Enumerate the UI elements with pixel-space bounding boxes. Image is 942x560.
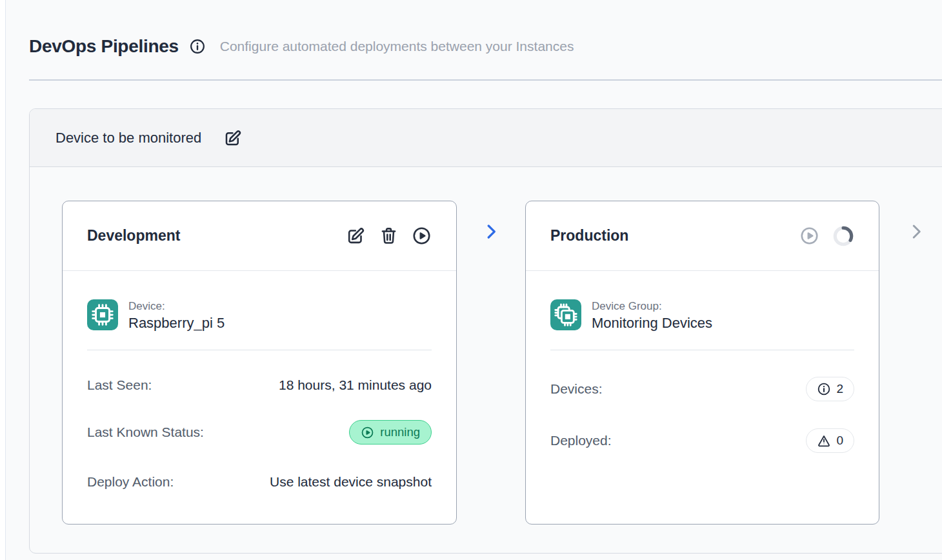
device-name: Raspberry_pi 5 xyxy=(128,315,225,332)
last-seen-row: Last Seen: 18 hours, 31 minutes ago xyxy=(87,377,432,393)
device-identity-text: Device: Raspberry_pi 5 xyxy=(128,299,225,332)
pipeline-name: Device to be monitored xyxy=(55,130,201,146)
play-circle-icon[interactable] xyxy=(412,226,432,246)
devices-count: 2 xyxy=(836,382,843,396)
device-identity-row: Device: Raspberry_pi 5 xyxy=(87,299,432,332)
device-group-identity-text: Device Group: Monitoring Devices xyxy=(592,299,712,332)
devices-row: Devices: 2 xyxy=(550,377,854,401)
deploy-action-value: Use latest device snapshot xyxy=(270,474,432,490)
last-seen-label: Last Seen: xyxy=(87,377,152,393)
device-group-avatar xyxy=(550,299,581,330)
trash-icon[interactable] xyxy=(379,226,399,246)
development-actions xyxy=(346,226,432,246)
pipeline-stages-row: Development Device: Raspberr xyxy=(30,167,942,525)
status-badge: running xyxy=(349,420,432,445)
production-card-body: Device Group: Monitoring Devices Devices… xyxy=(526,299,879,453)
device-avatar xyxy=(87,299,118,330)
loading-spinner xyxy=(832,225,854,247)
devops-pipelines-page: DevOps Pipelines Configure automated dep… xyxy=(0,0,942,560)
deploy-action-row: Deploy Action: Use latest device snapsho… xyxy=(87,474,432,490)
left-rail-divider xyxy=(5,0,6,560)
warning-triangle-icon xyxy=(817,434,831,448)
deployed-count: 0 xyxy=(836,434,843,448)
edit-icon[interactable] xyxy=(346,226,366,246)
page-title: DevOps Pipelines xyxy=(29,36,179,57)
deployed-row: Deployed: 0 xyxy=(550,428,854,453)
chevron-right-icon xyxy=(907,222,926,241)
devices-label: Devices: xyxy=(550,381,603,397)
page-header: DevOps Pipelines Configure automated dep… xyxy=(29,36,574,57)
card-divider xyxy=(87,350,432,350)
last-seen-value: 18 hours, 31 minutes ago xyxy=(279,377,432,393)
deployed-label: Deployed: xyxy=(550,433,612,448)
development-card-header: Development xyxy=(63,201,456,271)
card-divider xyxy=(550,350,854,350)
header-divider xyxy=(29,79,942,81)
last-known-status-row: Last Known Status: running xyxy=(87,420,432,445)
play-circle-icon xyxy=(361,426,374,439)
chevron-right-icon xyxy=(481,222,501,241)
info-icon[interactable] xyxy=(189,38,206,55)
device-group-label: Device Group: xyxy=(592,300,712,313)
deploy-action-label: Deploy Action: xyxy=(87,474,174,490)
info-circle-icon xyxy=(817,382,831,396)
next-stage-chevron[interactable] xyxy=(907,201,926,241)
pipeline-section-card: Device to be monitored Development xyxy=(29,108,942,554)
pipeline-flow-arrow xyxy=(457,201,525,241)
status-badge-label: running xyxy=(380,425,420,439)
device-group-identity-row: Device Group: Monitoring Devices xyxy=(550,299,854,332)
device-label: Device: xyxy=(128,300,225,313)
page-subtitle: Configure automated deployments between … xyxy=(220,39,574,54)
devices-count-pill[interactable]: 2 xyxy=(806,377,854,401)
edit-icon[interactable] xyxy=(223,128,243,148)
device-group-name: Monitoring Devices xyxy=(592,315,712,332)
stage-card-development: Development Device: Raspberr xyxy=(62,201,457,525)
production-card-header: Production xyxy=(526,201,879,271)
stage-title: Production xyxy=(550,227,799,245)
last-known-status-label: Last Known Status: xyxy=(87,425,204,440)
left-rail xyxy=(0,0,5,560)
cpu-chip-group-icon xyxy=(554,303,577,326)
play-circle-icon[interactable] xyxy=(799,226,819,246)
deployed-count-pill[interactable]: 0 xyxy=(806,428,854,453)
development-card-body: Device: Raspberry_pi 5 Last Seen: 18 hou… xyxy=(63,299,456,490)
production-actions xyxy=(799,225,854,247)
stage-card-production: Production D xyxy=(525,201,879,525)
cpu-chip-icon xyxy=(91,303,114,326)
stage-title: Development xyxy=(87,227,346,245)
pipeline-section-header: Device to be monitored xyxy=(30,109,942,167)
